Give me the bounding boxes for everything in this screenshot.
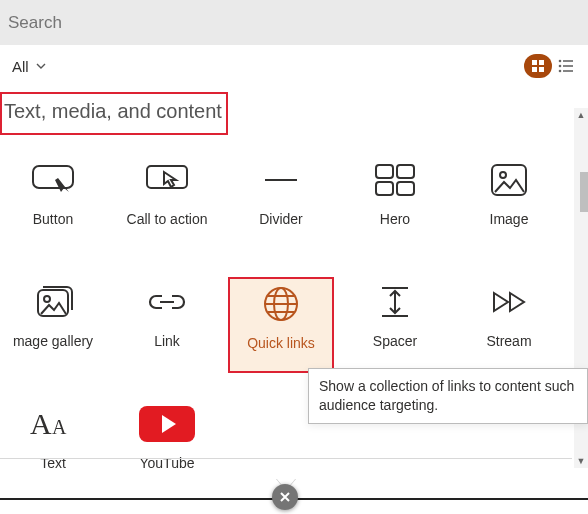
svg-point-18	[500, 172, 506, 178]
spacer-icon	[378, 284, 412, 320]
image-icon	[489, 162, 529, 198]
panel-divider	[0, 458, 572, 459]
webpart-youtube[interactable]: YouTube	[114, 399, 220, 495]
svg-rect-9	[563, 70, 573, 72]
list-icon	[558, 59, 574, 73]
webpart-image-gallery[interactable]: mage gallery	[0, 277, 106, 373]
webpart-tooltip: Show a collection of links to content su…	[308, 368, 588, 424]
webpart-label: Hero	[380, 211, 410, 227]
close-icon	[279, 491, 291, 503]
divider-icon	[261, 162, 301, 198]
svg-rect-15	[376, 182, 393, 195]
stream-icon	[488, 285, 530, 319]
webpart-divider[interactable]: Divider	[228, 155, 334, 251]
webpart-label: Link	[154, 333, 180, 349]
list-view-button[interactable]	[552, 54, 580, 78]
category-filter-dropdown[interactable]: All	[6, 54, 53, 79]
webpart-call-to-action[interactable]: Call to action	[114, 155, 220, 251]
svg-rect-2	[532, 67, 537, 72]
webpart-label: Divider	[259, 211, 303, 227]
svg-rect-3	[539, 67, 544, 72]
webpart-label: Image	[490, 211, 529, 227]
close-button[interactable]	[272, 484, 298, 510]
filter-label: All	[12, 58, 29, 75]
svg-rect-7	[563, 65, 573, 67]
svg-rect-0	[532, 60, 537, 65]
text-icon: AA	[30, 406, 76, 442]
webpart-button[interactable]: Button	[0, 155, 106, 251]
svg-text:A: A	[52, 416, 67, 438]
filter-row: All	[0, 45, 588, 87]
svg-point-6	[559, 65, 562, 68]
svg-rect-14	[397, 165, 414, 178]
webpart-link[interactable]: Link	[114, 277, 220, 373]
webpart-stream[interactable]: Stream	[456, 277, 562, 373]
webpart-label: Call to action	[127, 211, 208, 227]
view-toggle	[524, 54, 580, 78]
webpart-hero[interactable]: Hero	[342, 155, 448, 251]
svg-rect-11	[147, 166, 187, 188]
webpart-label: Stream	[486, 333, 531, 349]
webpart-spacer[interactable]: Spacer	[342, 277, 448, 373]
webpart-grid: Button Call to action Divider Hero Image…	[0, 145, 572, 495]
webpart-label: Spacer	[373, 333, 417, 349]
search-bar	[0, 0, 588, 45]
tooltip-text: Show a collection of links to content su…	[319, 378, 574, 413]
search-input[interactable]	[8, 13, 580, 33]
svg-rect-10	[33, 166, 73, 188]
cta-icon	[145, 162, 189, 198]
scroll-down-button[interactable]: ▼	[574, 454, 588, 468]
webpart-label: Quick links	[247, 335, 315, 351]
svg-rect-13	[376, 165, 393, 178]
webpart-text[interactable]: AA Text	[0, 399, 106, 495]
svg-rect-1	[539, 60, 544, 65]
globe-icon	[262, 285, 300, 323]
webpart-image[interactable]: Image	[456, 155, 562, 251]
link-icon	[146, 290, 188, 314]
grid-view-button[interactable]	[524, 54, 552, 78]
svg-text:A: A	[30, 407, 52, 440]
button-icon	[31, 162, 75, 198]
svg-rect-5	[563, 60, 573, 62]
section-highlight: Text, media, and content	[0, 90, 228, 135]
grid-icon	[531, 59, 545, 73]
svg-rect-16	[397, 182, 414, 195]
youtube-icon	[139, 406, 195, 442]
scroll-up-button[interactable]: ▲	[574, 108, 588, 122]
gallery-icon	[33, 284, 73, 320]
webpart-quick-links[interactable]: Quick links	[228, 277, 334, 373]
svg-point-8	[559, 70, 562, 73]
hero-icon	[374, 163, 416, 197]
scroll-thumb[interactable]	[580, 172, 588, 212]
svg-point-20	[44, 296, 50, 302]
svg-point-4	[559, 60, 562, 63]
chevron-down-icon	[35, 60, 47, 72]
section-title: Text, media, and content	[0, 92, 228, 135]
webpart-label: Button	[33, 211, 73, 227]
webpart-label: mage gallery	[13, 333, 93, 349]
